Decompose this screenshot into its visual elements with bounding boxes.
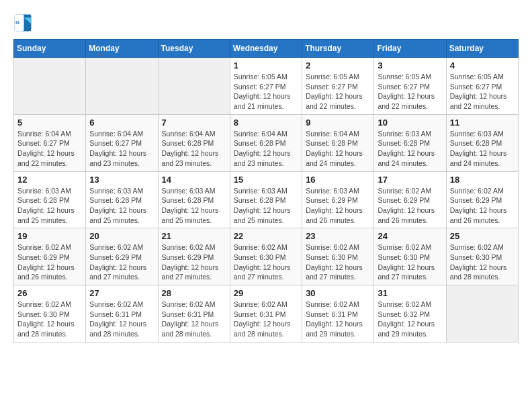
calendar-cell: 2Sunrise: 6:05 AMSunset: 6:27 PMDaylight… (302, 58, 374, 115)
day-number: 27 (89, 288, 154, 298)
calendar-week-row: 19Sunrise: 6:02 AMSunset: 6:29 PMDayligh… (14, 228, 519, 285)
day-info: Sunrise: 6:02 AMSunset: 6:31 PMDaylight:… (234, 300, 298, 339)
day-number: 20 (89, 231, 154, 241)
calendar-cell: 11Sunrise: 6:03 AMSunset: 6:28 PMDayligh… (446, 114, 518, 171)
weekday-saturday: Saturday (446, 40, 518, 58)
day-info: Sunrise: 6:02 AMSunset: 6:32 PMDaylight:… (378, 300, 442, 339)
page-header: G (13, 13, 519, 32)
day-number: 19 (17, 231, 82, 241)
calendar-cell: 20Sunrise: 6:02 AMSunset: 6:29 PMDayligh… (86, 228, 158, 285)
day-info: Sunrise: 6:02 AMSunset: 6:30 PMDaylight:… (450, 242, 515, 282)
day-info: Sunrise: 6:05 AMSunset: 6:27 PMDaylight:… (450, 72, 515, 111)
day-info: Sunrise: 6:04 AMSunset: 6:28 PMDaylight:… (162, 129, 226, 169)
calendar-cell: 30Sunrise: 6:02 AMSunset: 6:31 PMDayligh… (302, 285, 374, 342)
calendar-cell: 3Sunrise: 6:05 AMSunset: 6:27 PMDaylight… (374, 58, 446, 115)
day-info: Sunrise: 6:02 AMSunset: 6:29 PMDaylight:… (89, 242, 154, 282)
calendar-cell: 29Sunrise: 6:02 AMSunset: 6:31 PMDayligh… (230, 285, 302, 342)
calendar-cell: 18Sunrise: 6:02 AMSunset: 6:29 PMDayligh… (446, 171, 518, 228)
day-number: 10 (378, 118, 442, 128)
day-number: 17 (378, 175, 442, 185)
calendar-week-row: 5Sunrise: 6:04 AMSunset: 6:27 PMDaylight… (14, 114, 519, 171)
calendar-cell (158, 58, 230, 115)
day-info: Sunrise: 6:03 AMSunset: 6:28 PMDaylight:… (162, 186, 226, 226)
calendar-cell: 5Sunrise: 6:04 AMSunset: 6:27 PMDaylight… (14, 114, 86, 171)
day-number: 29 (234, 288, 298, 298)
day-number: 26 (17, 288, 82, 298)
day-number: 16 (306, 175, 370, 185)
calendar-header: SundayMondayTuesdayWednesdayThursdayFrid… (14, 40, 519, 58)
calendar-cell (446, 285, 518, 342)
calendar-week-row: 26Sunrise: 6:02 AMSunset: 6:30 PMDayligh… (14, 285, 519, 342)
calendar-cell: 23Sunrise: 6:02 AMSunset: 6:30 PMDayligh… (302, 228, 374, 285)
calendar-cell: 4Sunrise: 6:05 AMSunset: 6:27 PMDaylight… (446, 58, 518, 115)
day-number: 9 (306, 118, 370, 128)
day-number: 28 (162, 288, 226, 298)
calendar-cell: 12Sunrise: 6:03 AMSunset: 6:28 PMDayligh… (14, 171, 86, 228)
calendar-cell: 17Sunrise: 6:02 AMSunset: 6:29 PMDayligh… (374, 171, 446, 228)
weekday-header-row: SundayMondayTuesdayWednesdayThursdayFrid… (14, 40, 519, 58)
day-info: Sunrise: 6:02 AMSunset: 6:31 PMDaylight:… (162, 300, 226, 339)
day-info: Sunrise: 6:04 AMSunset: 6:28 PMDaylight:… (306, 129, 370, 169)
day-number: 11 (450, 118, 515, 128)
calendar-cell: 22Sunrise: 6:02 AMSunset: 6:30 PMDayligh… (230, 228, 302, 285)
calendar-cell: 1Sunrise: 6:05 AMSunset: 6:27 PMDaylight… (230, 58, 302, 115)
calendar-cell: 26Sunrise: 6:02 AMSunset: 6:30 PMDayligh… (14, 285, 86, 342)
calendar-week-row: 12Sunrise: 6:03 AMSunset: 6:28 PMDayligh… (14, 171, 519, 228)
calendar-cell: 24Sunrise: 6:02 AMSunset: 6:30 PMDayligh… (374, 228, 446, 285)
day-number: 1 (234, 60, 298, 71)
calendar-cell (14, 58, 86, 115)
weekday-sunday: Sunday (14, 40, 86, 58)
calendar-table: SundayMondayTuesdayWednesdayThursdayFrid… (13, 39, 519, 342)
calendar-cell: 25Sunrise: 6:02 AMSunset: 6:30 PMDayligh… (446, 228, 518, 285)
calendar-body: 1Sunrise: 6:05 AMSunset: 6:27 PMDaylight… (14, 58, 519, 342)
day-number: 25 (450, 231, 515, 241)
calendar-cell (86, 58, 158, 115)
day-number: 22 (234, 231, 298, 241)
calendar-cell: 19Sunrise: 6:02 AMSunset: 6:29 PMDayligh… (14, 228, 86, 285)
day-info: Sunrise: 6:05 AMSunset: 6:27 PMDaylight:… (234, 72, 298, 111)
day-number: 13 (89, 175, 154, 185)
weekday-thursday: Thursday (302, 40, 374, 58)
day-number: 18 (450, 175, 515, 185)
day-number: 7 (162, 118, 226, 128)
day-number: 12 (17, 175, 82, 185)
calendar-week-row: 1Sunrise: 6:05 AMSunset: 6:27 PMDaylight… (14, 58, 519, 115)
day-info: Sunrise: 6:05 AMSunset: 6:27 PMDaylight:… (378, 72, 442, 111)
svg-text:G: G (15, 19, 19, 26)
day-info: Sunrise: 6:02 AMSunset: 6:31 PMDaylight:… (306, 300, 370, 339)
day-info: Sunrise: 6:02 AMSunset: 6:30 PMDaylight:… (234, 242, 298, 282)
logo-icon: G (13, 13, 32, 32)
day-number: 21 (162, 231, 226, 241)
day-number: 3 (378, 60, 442, 71)
day-info: Sunrise: 6:03 AMSunset: 6:28 PMDaylight:… (450, 129, 515, 169)
calendar-cell: 28Sunrise: 6:02 AMSunset: 6:31 PMDayligh… (158, 285, 230, 342)
day-number: 4 (450, 60, 515, 71)
day-number: 30 (306, 288, 370, 298)
day-info: Sunrise: 6:02 AMSunset: 6:30 PMDaylight:… (378, 242, 442, 282)
day-number: 2 (306, 60, 370, 71)
day-info: Sunrise: 6:02 AMSunset: 6:31 PMDaylight:… (89, 300, 154, 339)
logo: G (13, 13, 35, 32)
day-number: 23 (306, 231, 370, 241)
day-number: 5 (17, 118, 82, 128)
day-info: Sunrise: 6:03 AMSunset: 6:28 PMDaylight:… (17, 186, 82, 226)
weekday-friday: Friday (374, 40, 446, 58)
day-number: 31 (378, 288, 442, 298)
calendar-cell: 6Sunrise: 6:04 AMSunset: 6:27 PMDaylight… (86, 114, 158, 171)
day-info: Sunrise: 6:03 AMSunset: 6:29 PMDaylight:… (306, 186, 370, 226)
day-info: Sunrise: 6:05 AMSunset: 6:27 PMDaylight:… (306, 72, 370, 111)
day-info: Sunrise: 6:04 AMSunset: 6:27 PMDaylight:… (17, 129, 82, 169)
day-info: Sunrise: 6:04 AMSunset: 6:28 PMDaylight:… (234, 129, 298, 169)
calendar-cell: 15Sunrise: 6:03 AMSunset: 6:28 PMDayligh… (230, 171, 302, 228)
calendar-cell: 31Sunrise: 6:02 AMSunset: 6:32 PMDayligh… (374, 285, 446, 342)
day-number: 6 (89, 118, 154, 128)
calendar-cell: 13Sunrise: 6:03 AMSunset: 6:28 PMDayligh… (86, 171, 158, 228)
day-info: Sunrise: 6:02 AMSunset: 6:30 PMDaylight:… (17, 300, 82, 339)
weekday-monday: Monday (86, 40, 158, 58)
calendar-cell: 14Sunrise: 6:03 AMSunset: 6:28 PMDayligh… (158, 171, 230, 228)
day-info: Sunrise: 6:02 AMSunset: 6:29 PMDaylight:… (17, 242, 82, 282)
calendar-cell: 8Sunrise: 6:04 AMSunset: 6:28 PMDaylight… (230, 114, 302, 171)
day-number: 8 (234, 118, 298, 128)
day-info: Sunrise: 6:03 AMSunset: 6:28 PMDaylight:… (234, 186, 298, 226)
day-info: Sunrise: 6:04 AMSunset: 6:27 PMDaylight:… (89, 129, 154, 169)
